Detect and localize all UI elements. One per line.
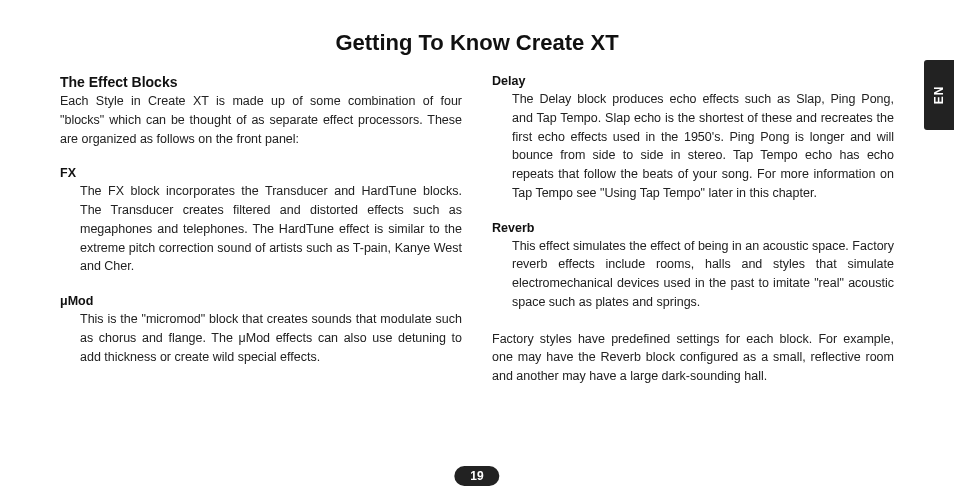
page-title: Getting To Know Create XT xyxy=(60,30,894,56)
effect-label-delay: Delay xyxy=(492,74,894,88)
effect-body-reverb: This effect simulates the effect of bein… xyxy=(492,237,894,312)
language-label: EN xyxy=(932,86,946,105)
effect-body-mod: This is the "micromod" block that create… xyxy=(60,310,462,366)
effect-label-reverb: Reverb xyxy=(492,221,894,235)
left-column: The Effect Blocks Each Style in Create X… xyxy=(60,74,462,386)
effect-block-fx: FX The FX block incorporates the Transdu… xyxy=(60,166,462,276)
manual-page: Getting To Know Create XT The Effect Blo… xyxy=(0,0,954,500)
intro-paragraph: Each Style in Create XT is made up of so… xyxy=(60,92,462,148)
effect-label-mod: μMod xyxy=(60,294,462,308)
right-column: Delay The Delay block produces echo effe… xyxy=(492,74,894,386)
effect-block-reverb: Reverb This effect simulates the effect … xyxy=(492,221,894,312)
effect-label-fx: FX xyxy=(60,166,462,180)
section-title-effect-blocks: The Effect Blocks xyxy=(60,74,462,90)
effect-block-mod: μMod This is the "micromod" block that c… xyxy=(60,294,462,366)
page-number: 19 xyxy=(454,466,499,486)
effect-body-delay: The Delay block produces echo effects su… xyxy=(492,90,894,203)
closing-paragraph: Factory styles have predefined settings … xyxy=(492,330,894,386)
content-columns: The Effect Blocks Each Style in Create X… xyxy=(60,74,894,386)
language-tab: EN xyxy=(924,60,954,130)
effect-body-fx: The FX block incorporates the Transducer… xyxy=(60,182,462,276)
effect-block-delay: Delay The Delay block produces echo effe… xyxy=(492,74,894,203)
